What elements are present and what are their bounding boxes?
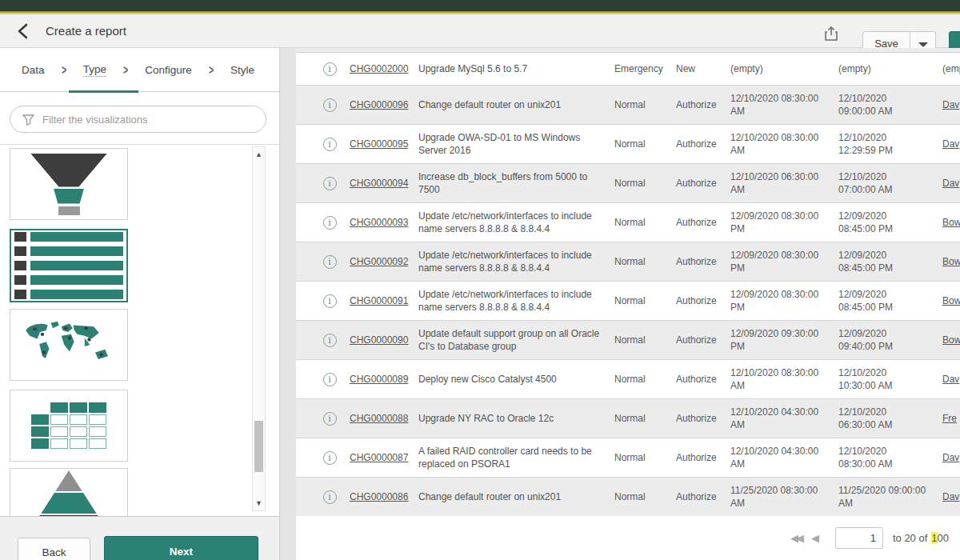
first-page-icon[interactable] bbox=[790, 532, 802, 544]
pager-range-label: to 20 of bbox=[893, 532, 927, 544]
table-row: CHG0000091 Update /etc/network/interface… bbox=[296, 282, 960, 321]
planned-start-date: 12/10/2020 04:30:00 AM bbox=[730, 445, 838, 470]
state-value: Authorize bbox=[676, 412, 730, 425]
record-number-link[interactable]: CHG0000093 bbox=[350, 217, 408, 228]
assignee-link[interactable]: Dav bbox=[942, 452, 959, 463]
record-number-link[interactable]: CHG0000086 bbox=[350, 491, 408, 502]
state-value: Authorize bbox=[676, 451, 730, 464]
scroll-down-icon[interactable] bbox=[253, 499, 265, 507]
assignee-link[interactable]: Bow bbox=[942, 256, 960, 267]
table-row: CHG0000086 Change default router on unix… bbox=[296, 478, 960, 516]
table-row: CHG0000092 Update /etc/network/interface… bbox=[296, 242, 960, 282]
planned-start-date: 11/25/2020 08:30:00 AM bbox=[730, 484, 838, 510]
next-button[interactable]: Next bbox=[104, 536, 258, 560]
info-circle-icon[interactable] bbox=[323, 62, 337, 76]
previous-page-icon[interactable] bbox=[811, 532, 819, 544]
info-circle-icon[interactable] bbox=[323, 294, 337, 308]
heatmap-grid-icon bbox=[31, 402, 106, 449]
visualization-scrollbar[interactable] bbox=[252, 146, 266, 511]
planned-end-date: 11/25/2020 09:00:00 AM bbox=[838, 484, 942, 510]
info-circle-icon[interactable] bbox=[323, 373, 337, 386]
planned-end-date: 12/10/2020 12:29:59 PM bbox=[838, 131, 942, 157]
planned-end-date: 12/09/2020 09:40:00 PM bbox=[838, 327, 942, 353]
assignee-link[interactable]: Fre bbox=[942, 413, 957, 424]
share-export-icon[interactable] bbox=[822, 25, 840, 42]
assignee-link[interactable]: Dav bbox=[942, 138, 959, 150]
filter-visualizations-input[interactable] bbox=[42, 114, 254, 126]
viz-thumb-list[interactable] bbox=[10, 229, 128, 302]
assignee-link[interactable]: Dav bbox=[942, 178, 959, 189]
short-description: Increase db_block_buffers from 5000 to 7… bbox=[418, 170, 614, 196]
breadcrumb-step-configure[interactable]: Configure bbox=[145, 64, 192, 76]
viz-thumb-heatmap[interactable] bbox=[10, 390, 128, 462]
state-value: Authorize bbox=[676, 138, 730, 150]
record-number-link[interactable]: CHG0000094 bbox=[350, 178, 408, 189]
priority-value: Normal bbox=[614, 490, 676, 503]
pyramid-chart-icon bbox=[26, 470, 112, 516]
short-description: Change default router on unix201 bbox=[418, 98, 614, 111]
planned-start-date: 12/10/2020 04:30:00 AM bbox=[730, 406, 838, 431]
planned-start-date: 12/10/2020 08:30:00 AM bbox=[730, 131, 838, 157]
planned-end-date: 12/10/2020 07:00:00 AM bbox=[838, 170, 942, 196]
short-description: Upgrade MySql 5.6 to 5.7 bbox=[418, 62, 614, 75]
priority-value: Normal bbox=[614, 451, 676, 464]
priority-value: Normal bbox=[614, 98, 676, 111]
record-number-link[interactable]: CHG0000088 bbox=[350, 413, 408, 424]
short-description: Upgrade NY RAC to Oracle 12c bbox=[418, 412, 614, 425]
breadcrumb-step-style[interactable]: Style bbox=[230, 64, 254, 76]
table-row: CHG0000096 Change default router on unix… bbox=[296, 86, 960, 125]
breadcrumb-step-type[interactable]: Type bbox=[83, 63, 106, 77]
short-description: Update /etc/network/interfaces to includ… bbox=[418, 288, 614, 314]
state-value: Authorize bbox=[676, 294, 730, 307]
app-header-bar: Create a report Save bbox=[0, 14, 960, 48]
record-number-link[interactable]: CHG0000087 bbox=[350, 452, 408, 463]
record-number-link[interactable]: CHG0000090 bbox=[350, 334, 408, 346]
info-circle-icon[interactable] bbox=[323, 216, 337, 230]
chevron-right-icon: > bbox=[123, 62, 128, 77]
breadcrumb-step-data[interactable]: Data bbox=[22, 64, 45, 76]
priority-value: Normal bbox=[614, 216, 676, 229]
planned-start-date: 12/09/2020 08:30:00 PM bbox=[730, 288, 838, 314]
assignee-link[interactable]: Bow bbox=[942, 217, 960, 228]
table-row: CHG0000093 Update /etc/network/interface… bbox=[296, 203, 960, 242]
scroll-up-icon[interactable] bbox=[253, 150, 265, 158]
records-table: CHG0002000 Upgrade MySql 5.6 to 5.7 Emer… bbox=[296, 48, 960, 516]
record-number-link[interactable]: CHG0000096 bbox=[350, 99, 408, 110]
record-number-link[interactable]: CHG0000092 bbox=[350, 256, 408, 267]
page-number-input[interactable] bbox=[835, 527, 883, 549]
viz-thumb-funnel[interactable] bbox=[10, 148, 128, 220]
planned-start-date: 12/09/2020 08:30:00 PM bbox=[730, 210, 838, 235]
info-circle-icon[interactable] bbox=[323, 490, 337, 504]
priority-value: Emergency bbox=[614, 62, 676, 75]
funnel-chart-icon bbox=[30, 154, 107, 215]
page-title: Create a report bbox=[46, 24, 126, 38]
info-circle-icon[interactable] bbox=[323, 412, 337, 426]
info-circle-icon[interactable] bbox=[323, 255, 337, 269]
record-number-link[interactable]: CHG0000095 bbox=[350, 138, 408, 150]
info-circle-icon[interactable] bbox=[323, 138, 337, 151]
back-button[interactable]: Back bbox=[18, 538, 90, 560]
record-number-link[interactable]: CHG0002000 bbox=[350, 63, 408, 74]
scrollbar-thumb[interactable] bbox=[254, 421, 263, 472]
back-arrow-button[interactable] bbox=[14, 22, 34, 41]
priority-value: Normal bbox=[614, 412, 676, 425]
viz-thumb-map[interactable] bbox=[10, 309, 128, 381]
assignee-link[interactable]: Dav bbox=[942, 99, 959, 110]
app-window: Create a report Save Data > Type > Confi… bbox=[0, 0, 960, 560]
info-circle-icon[interactable] bbox=[323, 451, 337, 465]
info-circle-icon[interactable] bbox=[323, 177, 337, 190]
report-type-panel: Data > Type > Configure > Style bbox=[0, 48, 280, 516]
record-number-link[interactable]: CHG0000091 bbox=[350, 295, 408, 306]
planned-start-date: 12/10/2020 08:30:00 AM bbox=[730, 366, 838, 392]
assignee-link[interactable]: Dav bbox=[942, 491, 959, 502]
planned-start-date: 12/10/2020 06:30:00 AM bbox=[730, 170, 838, 196]
chevron-right-icon: > bbox=[209, 62, 214, 77]
info-circle-icon[interactable] bbox=[323, 98, 337, 112]
short-description: Upgrade OWA-SD-01 to MS Windows Server 2… bbox=[418, 131, 614, 157]
assignee-link[interactable]: Bow bbox=[942, 334, 960, 346]
assignee-link[interactable]: Dav bbox=[942, 374, 959, 385]
info-circle-icon[interactable] bbox=[323, 334, 337, 347]
assignee-link[interactable]: Bow bbox=[942, 295, 960, 306]
viz-thumb-pyramid[interactable] bbox=[10, 468, 128, 516]
record-number-link[interactable]: CHG0000089 bbox=[350, 374, 408, 385]
